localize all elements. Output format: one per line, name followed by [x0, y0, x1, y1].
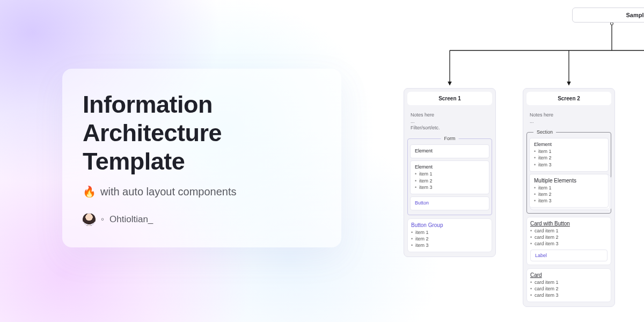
button-group-list: item 1 item 2 item 3: [411, 229, 488, 248]
list-item: card item 2: [535, 286, 608, 292]
screen-1-notes: Notes here ... Filter/sort/etc.: [407, 109, 492, 135]
card-with-button-box: Card with Button card item 1 card item 2…: [526, 217, 611, 265]
list-item: card item 3: [535, 240, 608, 247]
section-fieldset: Section Element item 1 item 2 item 3 Mul…: [526, 132, 611, 214]
list-item: item 3: [538, 197, 604, 204]
element-label: Element: [534, 142, 604, 147]
button-box: Button: [410, 196, 489, 210]
element-item-list: item 1 item 2 item 3: [534, 148, 604, 167]
root-node-label: Sample: [626, 12, 644, 18]
hero-title-line3: Template: [83, 148, 185, 175]
screen-2-notes: Notes here ...: [526, 109, 611, 129]
button-group-box: Button Group item 1 item 2 item 3: [407, 218, 492, 252]
card-label: Card: [530, 272, 608, 278]
list-item: item 2: [538, 191, 604, 197]
diagram: Sample Screen 1 Notes here ... Filter/so…: [392, 0, 644, 322]
button-label: Button: [415, 200, 485, 206]
list-item: item 1: [538, 148, 604, 155]
element-label: Element: [415, 164, 485, 170]
hero-subtitle: 🔥 with auto layout components: [83, 185, 321, 198]
list-item: item 3: [538, 162, 604, 168]
list-item: card item 2: [535, 234, 608, 240]
list-item: item 3: [419, 184, 485, 191]
form-legend: Form: [441, 136, 459, 141]
list-item: item 1: [419, 171, 485, 177]
list-item: card item 1: [535, 228, 608, 234]
button-group-label: Button Group: [411, 222, 488, 228]
list-item: item 2: [538, 155, 604, 161]
root-node: Sample: [572, 8, 644, 23]
card-item-list: card item 1 card item 2 card item 3: [530, 279, 608, 298]
screen-1-title: Screen 1: [407, 92, 492, 105]
element-box: Element: [410, 144, 489, 158]
list-item: card item 1: [535, 279, 608, 286]
fire-icon: 🔥: [83, 185, 96, 198]
screen-1: Screen 1 Notes here ... Filter/sort/etc.…: [404, 88, 496, 257]
card-item-list: card item 1 card item 2 card item 3: [530, 228, 608, 247]
note-line: Filter/sort/etc.: [411, 125, 489, 131]
list-item: item 1: [415, 229, 488, 236]
card-with-button-label: Card with Button: [530, 221, 608, 226]
note-line: ...: [530, 118, 608, 125]
list-item: item 3: [415, 242, 488, 248]
multi-item-list: item 1 item 2 item 3: [534, 185, 604, 204]
section-legend: Section: [533, 129, 556, 135]
hero-subtitle-text: with auto layout components: [100, 186, 237, 198]
card-button-label: Label: [530, 250, 608, 261]
element-item-list: item 1 item 2 item 3: [415, 171, 485, 190]
avatar: [83, 213, 96, 226]
list-item: item 1: [538, 185, 604, 191]
section-element-box: Element item 1 item 2 item 3: [529, 138, 609, 171]
multi-label: Multiple Elements: [534, 178, 604, 184]
card-box: Card card item 1 card item 2 card item 3: [526, 268, 611, 302]
note-line: Notes here: [530, 112, 608, 118]
author-row: ◦ Ohtioltian_: [83, 213, 321, 226]
diamond-icon: ◦: [101, 214, 104, 225]
screen-2-title: Screen 2: [526, 92, 611, 105]
list-item: card item 3: [535, 292, 608, 298]
svg-point-0: [611, 23, 613, 25]
screen-2: Screen 2 Notes here ... Section Element …: [523, 88, 615, 307]
multi-elements-stack: Multiple Elements item 1 item 2 item 3: [529, 174, 609, 208]
element-label: Element: [415, 148, 485, 153]
hero-title: Information Architecture Template: [83, 90, 321, 175]
list-item: item 2: [419, 178, 485, 184]
form-fieldset: Form Element Element item 1 item 2 item …: [407, 138, 492, 215]
list-item: item 2: [415, 236, 488, 242]
element-list-box: Element item 1 item 2 item 3: [410, 160, 489, 194]
note-line: Notes here: [411, 112, 489, 118]
hero-title-line1: Information: [83, 91, 213, 118]
hero-card: Information Architecture Template 🔥 with…: [62, 69, 341, 247]
note-line: ...: [411, 118, 489, 125]
hero-title-line2: Architecture: [83, 119, 222, 147]
author-name: Ohtioltian_: [109, 214, 153, 225]
